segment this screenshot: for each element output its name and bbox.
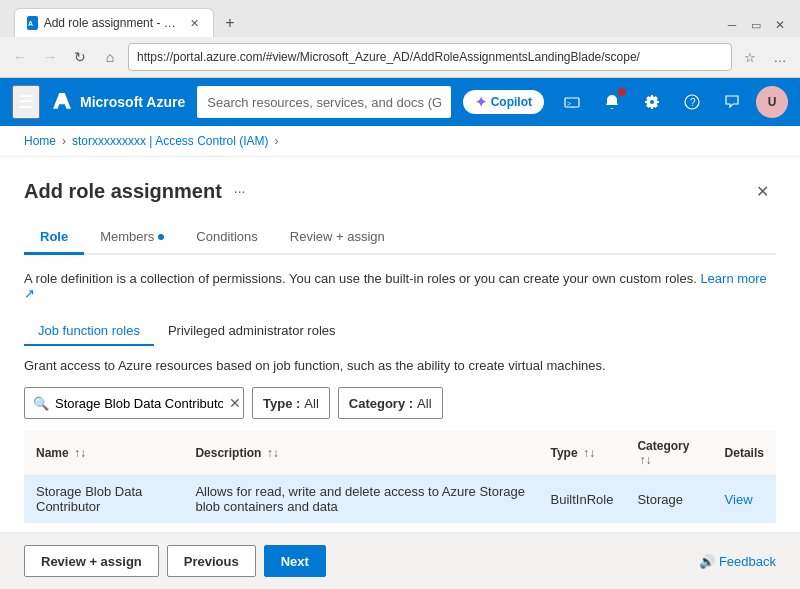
main-content: Add role assignment ··· ✕ Role Members C… xyxy=(0,157,800,566)
category-filter-label: Category : xyxy=(349,396,413,411)
tab-review-label: Review + assign xyxy=(290,229,385,244)
table-row[interactable]: Storage Blob Data Contributor Allows for… xyxy=(24,476,776,523)
azure-logo: Microsoft Azure xyxy=(52,92,185,112)
window-minimize-button[interactable]: ─ xyxy=(720,13,744,37)
tab-favicon: A xyxy=(27,16,38,30)
breadcrumb-sep-1: › xyxy=(62,134,66,148)
avatar[interactable]: U xyxy=(756,86,788,118)
sub-tab-privileged[interactable]: Privileged administrator roles xyxy=(154,317,350,346)
bookmark-button[interactable]: ☆ xyxy=(738,45,762,69)
active-browser-tab[interactable]: A Add role assignment - Microsoft ... ✕ xyxy=(14,8,214,37)
type-filter-button[interactable]: Type : All xyxy=(252,387,330,419)
browser-toolbar: ← → ↻ ⌂ https://portal.azure.com/#view/M… xyxy=(0,37,800,77)
cloud-shell-button[interactable]: >_ xyxy=(556,86,588,118)
role-description-cell: Allows for read, write and delete access… xyxy=(183,476,538,523)
tab-members-label: Members xyxy=(100,229,154,244)
members-dot xyxy=(158,234,164,240)
search-icon: 🔍 xyxy=(33,396,49,411)
address-text: https://portal.azure.com/#view/Microsoft… xyxy=(137,50,640,64)
wizard-tabs: Role Members Conditions Review + assign xyxy=(24,221,776,255)
address-bar[interactable]: https://portal.azure.com/#view/Microsoft… xyxy=(128,43,732,71)
svg-text:?: ? xyxy=(690,97,696,108)
tab-role-label: Role xyxy=(40,229,68,244)
azure-topbar: ☰ Microsoft Azure ✦ Copilot >_ ? U xyxy=(0,78,800,126)
category-filter-value: All xyxy=(417,396,431,411)
col-description: Description ↑↓ xyxy=(183,431,538,476)
table-body: Storage Blob Data Contributor Allows for… xyxy=(24,476,776,523)
role-category: Storage xyxy=(625,476,712,523)
role-type: BuiltInRole xyxy=(539,476,626,523)
notifications-button[interactable] xyxy=(596,86,628,118)
col-name: Name ↑↓ xyxy=(24,431,183,476)
tab-title: Add role assignment - Microsoft ... xyxy=(44,16,183,30)
browser-settings-button[interactable]: … xyxy=(768,45,792,69)
tab-conditions-label: Conditions xyxy=(196,229,257,244)
search-input[interactable] xyxy=(55,396,223,411)
type-filter-label: Type : xyxy=(263,396,300,411)
breadcrumb-home[interactable]: Home xyxy=(24,134,56,148)
ellipsis-button[interactable]: ··· xyxy=(230,181,250,201)
reload-button[interactable]: ↻ xyxy=(68,45,92,69)
panel-close-button[interactable]: ✕ xyxy=(748,177,776,205)
col-category: Category ↑↓ xyxy=(625,431,712,476)
back-button[interactable]: ← xyxy=(8,45,32,69)
roles-table: Name ↑↓ Description ↑↓ Type ↑↓ Category … xyxy=(24,431,776,523)
svg-text:A: A xyxy=(28,20,33,27)
page-header: Add role assignment ··· ✕ xyxy=(24,177,776,205)
azure-search-input[interactable] xyxy=(197,86,450,118)
panel-footer: Review + assign Previous Next 🔊 Feedback xyxy=(0,532,800,566)
window-close-button[interactable]: ✕ xyxy=(768,13,792,37)
col-details: Details xyxy=(713,431,776,476)
next-button[interactable]: Next xyxy=(264,545,326,566)
feedback-button[interactable]: 🔊 Feedback xyxy=(699,554,776,567)
window-restore-button[interactable]: ▭ xyxy=(744,13,768,37)
breadcrumb: Home › storxxxxxxxxx | Access Control (I… xyxy=(0,126,800,157)
settings-button[interactable] xyxy=(636,86,668,118)
search-row: 🔍 ✕ Type : All Category : All xyxy=(24,387,776,419)
copilot-label: Copilot xyxy=(491,95,532,109)
tab-role[interactable]: Role xyxy=(24,221,84,255)
sub-tab-description: Grant access to Azure resources based on… xyxy=(24,358,776,373)
forward-button[interactable]: → xyxy=(38,45,62,69)
previous-button[interactable]: Previous xyxy=(167,545,256,566)
type-filter-value: All xyxy=(304,396,318,411)
col-type: Type ↑↓ xyxy=(539,431,626,476)
copilot-button[interactable]: ✦ Copilot xyxy=(463,90,544,114)
role-description: A role definition is a collection of per… xyxy=(24,271,776,301)
hamburger-menu-button[interactable]: ☰ xyxy=(12,85,40,119)
new-tab-button[interactable]: + xyxy=(218,11,242,35)
tab-review-assign[interactable]: Review + assign xyxy=(274,221,401,255)
page-title: Add role assignment xyxy=(24,180,222,203)
search-clear-button[interactable]: ✕ xyxy=(229,395,241,411)
table-header: Name ↑↓ Description ↑↓ Type ↑↓ Category … xyxy=(24,431,776,476)
sub-tabs: Job function roles Privileged administra… xyxy=(24,317,776,346)
breadcrumb-sep-2: › xyxy=(275,134,279,148)
category-filter-button[interactable]: Category : All xyxy=(338,387,443,419)
view-link[interactable]: View xyxy=(725,492,753,507)
feedback-label: Feedback xyxy=(719,554,776,567)
search-field[interactable]: 🔍 ✕ xyxy=(24,387,244,419)
sub-tab-job-function[interactable]: Job function roles xyxy=(24,317,154,346)
breadcrumb-iam[interactable]: storxxxxxxxxx | Access Control (IAM) xyxy=(72,134,268,148)
home-button[interactable]: ⌂ xyxy=(98,45,122,69)
azure-logo-text: Microsoft Azure xyxy=(80,94,185,110)
browser-chrome: A Add role assignment - Microsoft ... ✕ … xyxy=(0,0,800,78)
svg-text:>_: >_ xyxy=(567,100,575,108)
role-details[interactable]: View xyxy=(713,476,776,523)
tab-members[interactable]: Members xyxy=(84,221,180,255)
feedback-icon-button[interactable] xyxy=(716,86,748,118)
help-button[interactable]: ? xyxy=(676,86,708,118)
azure-top-icons: >_ ? U xyxy=(556,86,788,118)
browser-tabs-bar: A Add role assignment - Microsoft ... ✕ … xyxy=(0,0,800,37)
review-assign-button[interactable]: Review + assign xyxy=(24,545,159,566)
tab-conditions[interactable]: Conditions xyxy=(180,221,273,255)
tab-close-button[interactable]: ✕ xyxy=(189,15,201,31)
role-name: Storage Blob Data Contributor xyxy=(24,476,183,523)
feedback-icon: 🔊 xyxy=(699,554,715,567)
azure-logo-icon xyxy=(52,92,72,112)
